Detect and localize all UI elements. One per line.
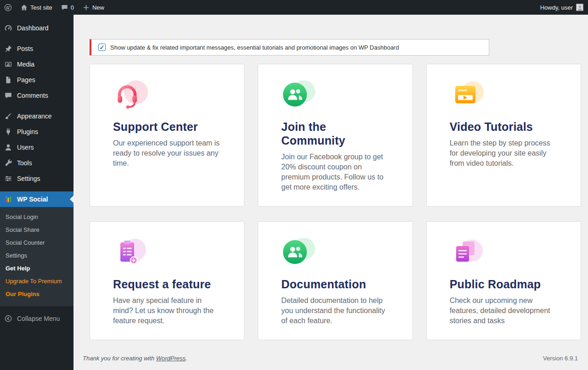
sidebar-item-label: Posts xyxy=(17,45,33,52)
card-description: Join our Facebook group to get 20% disco… xyxy=(281,152,390,192)
checkmark-icon: ✓ xyxy=(100,45,105,50)
comments-count: 0 xyxy=(71,4,74,11)
footer-thanks-text: Thank you for creating with WordPress. xyxy=(83,355,187,362)
card-description: Learn the step by step process for devel… xyxy=(450,138,559,168)
notice-text: Show update & fix related important mess… xyxy=(110,44,399,51)
page-icon xyxy=(4,75,13,84)
dashboard-icon xyxy=(4,23,13,33)
card-support-center[interactable]: Support Center Our experienced support t… xyxy=(90,64,244,207)
sidebar-item-users[interactable]: Users xyxy=(0,140,74,155)
help-cards-grid: Support Center Our experienced support t… xyxy=(90,64,581,340)
comments-icon xyxy=(4,91,13,100)
wordpress-logo-icon xyxy=(4,4,12,11)
sidebar-item-label: Settings xyxy=(17,175,40,182)
sidebar-item-label: Pages xyxy=(17,76,35,84)
sidebar-item-tools[interactable]: Tools xyxy=(0,155,74,171)
card-title: Documentation xyxy=(281,277,390,291)
submenu-item-social-login[interactable]: Social Login xyxy=(0,211,74,224)
dashboard-messages-notice: ✓ Show update & fix related important me… xyxy=(90,39,489,56)
footer-period: . xyxy=(186,355,187,362)
sidebar-item-label: Tools xyxy=(17,159,32,167)
comments-menu[interactable]: 0 xyxy=(57,0,78,15)
wordpress-link[interactable]: WordPress xyxy=(156,355,186,362)
roadmap-icon xyxy=(450,237,559,267)
video-icon xyxy=(450,79,559,110)
admin-sidebar: Dashboard Posts Media Pages Comments App… xyxy=(0,15,74,370)
comment-bubble-icon xyxy=(61,4,68,11)
card-documentation[interactable]: Documentation Detailed documentation to … xyxy=(258,221,413,340)
wp-social-icon xyxy=(4,195,13,204)
sidebar-item-plugins[interactable]: Plugins xyxy=(0,124,74,140)
submenu-item-upgrade-to-premium[interactable]: Upgrade To Premium xyxy=(0,275,74,288)
wrench-icon xyxy=(4,158,13,168)
sidebar-item-label: Appearance xyxy=(17,112,52,120)
howdy-text: Howdy, user xyxy=(540,4,573,11)
brush-icon xyxy=(4,112,13,121)
card-description: Have any special feature in mind? Let us… xyxy=(113,296,222,326)
documentation-icon xyxy=(281,237,390,267)
sidebar-item-label: Dashboard xyxy=(17,24,49,32)
sidebar-item-label: Media xyxy=(17,61,34,68)
community-icon xyxy=(281,79,390,110)
menu-separator xyxy=(0,103,74,108)
sidebar-item-dashboard[interactable]: Dashboard xyxy=(0,20,74,36)
collapse-arrow-icon xyxy=(4,314,13,323)
sidebar-item-label: Plugins xyxy=(17,128,38,135)
admin-footer: Thank you for creating with WordPress. V… xyxy=(74,340,588,362)
menu-separator xyxy=(0,36,74,41)
home-icon xyxy=(20,4,28,11)
feature-request-icon xyxy=(113,237,222,267)
collapse-menu-button[interactable]: Collapse Menu xyxy=(0,311,74,326)
sidebar-item-wp-social[interactable]: WP Social xyxy=(0,191,74,207)
submenu-item-get-help[interactable]: Get Help xyxy=(0,262,74,275)
card-public-roadmap[interactable]: Public Roadmap Check our upcoming new fe… xyxy=(426,221,581,340)
sidebar-item-posts[interactable]: Posts xyxy=(0,41,74,56)
submenu-item-our-plugins[interactable]: Our Plugins xyxy=(0,288,74,301)
sidebar-item-comments[interactable]: Comments xyxy=(0,88,74,103)
new-content-menu[interactable]: New xyxy=(78,0,108,15)
sidebar-item-pages[interactable]: Pages xyxy=(0,72,74,88)
user-avatar xyxy=(576,4,583,11)
plus-icon xyxy=(82,4,90,11)
person-icon xyxy=(577,5,583,11)
main-content: ✓ Show update & fix related important me… xyxy=(74,0,588,362)
card-description: Our experienced support team is ready to… xyxy=(113,138,222,168)
card-title: Join the Community xyxy=(281,120,390,147)
sidebar-item-media[interactable]: Media xyxy=(0,56,74,72)
card-video-tutorials[interactable]: Video Tutorials Learn the step by step p… xyxy=(426,64,581,207)
card-title: Request a feature xyxy=(113,277,222,291)
sliders-icon xyxy=(4,174,13,183)
card-description: Detailed documentation to help you under… xyxy=(281,296,390,326)
footer-version: Version 6.9.1 xyxy=(543,355,578,362)
card-title: Video Tutorials xyxy=(450,120,559,134)
footer-thanks-prefix: Thank you for creating with xyxy=(83,355,154,362)
card-title: Support Center xyxy=(113,120,222,134)
card-description: Check our upcoming new features, detaile… xyxy=(450,296,559,326)
headset-icon xyxy=(113,79,222,110)
card-title: Public Roadmap xyxy=(450,277,559,291)
card-join-community[interactable]: Join the Community Join our Facebook gro… xyxy=(258,64,413,207)
menu-separator xyxy=(0,186,74,191)
my-account-menu[interactable]: Howdy, user xyxy=(536,4,588,11)
media-icon xyxy=(4,60,13,69)
admin-bar: Test site 0 New Howdy, user xyxy=(0,0,588,15)
wp-social-submenu: Social Login Social Share Social Counter… xyxy=(0,207,74,306)
show-messages-checkbox[interactable]: ✓ xyxy=(98,44,106,51)
submenu-item-settings[interactable]: Settings xyxy=(0,249,74,262)
card-request-feature[interactable]: Request a feature Have any special featu… xyxy=(90,221,244,340)
site-name-label: Test site xyxy=(30,4,52,11)
new-label: New xyxy=(92,4,104,11)
pushpin-icon xyxy=(4,44,13,53)
sidebar-item-settings[interactable]: Settings xyxy=(0,171,74,186)
sidebar-item-appearance[interactable]: Appearance xyxy=(0,108,74,124)
sidebar-item-label: WP Social xyxy=(17,196,48,203)
plug-icon xyxy=(4,127,13,136)
sidebar-item-label: Users xyxy=(17,144,34,151)
submenu-item-social-counter[interactable]: Social Counter xyxy=(0,236,74,249)
wordpress-logo-menu[interactable] xyxy=(0,0,16,15)
user-icon xyxy=(4,143,13,152)
site-name-menu[interactable]: Test site xyxy=(16,0,57,15)
collapse-menu-label: Collapse Menu xyxy=(17,315,60,322)
sidebar-item-label: Comments xyxy=(17,92,48,99)
submenu-item-social-share[interactable]: Social Share xyxy=(0,224,74,236)
